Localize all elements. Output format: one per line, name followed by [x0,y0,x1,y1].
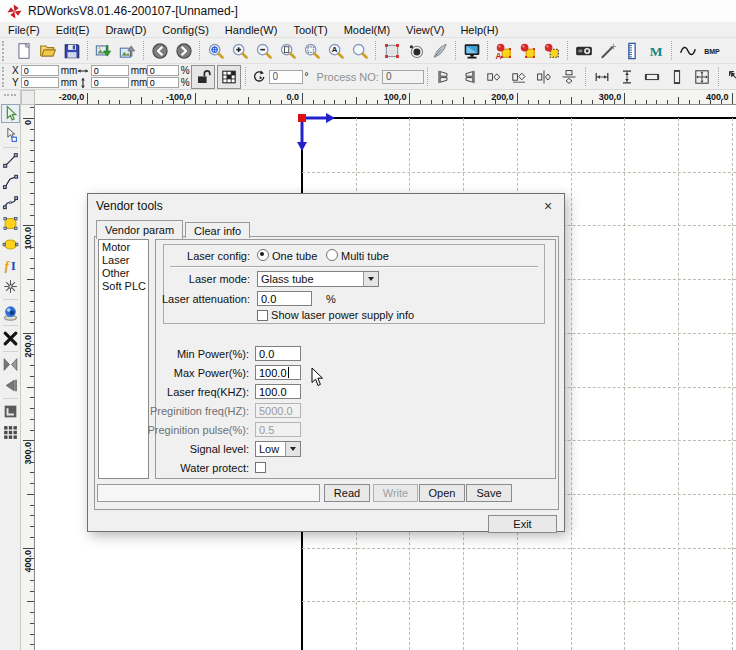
array-grid-button[interactable] [217,65,241,89]
pan-point-button[interactable] [404,39,428,63]
forward-button[interactable] [172,39,196,63]
sim-output-dots-button[interactable] [540,39,564,63]
toolbar-gripper[interactable] [2,67,9,87]
open-button[interactable]: Open [419,484,465,502]
mirror-center-h-button[interactable] [532,65,557,89]
monitor-preview-button[interactable] [460,39,484,63]
water-protect-checkbox[interactable] [255,462,266,473]
zoom-page-button[interactable] [276,39,300,63]
scale-y-input[interactable] [147,77,179,88]
ellipse-tool-button[interactable] [1,235,20,254]
select-tool-button[interactable] [1,104,20,123]
letter-m-button[interactable]: M [644,39,668,63]
chevron-down-icon[interactable] [363,272,378,286]
new-button[interactable] [12,39,36,63]
list-item-softplc[interactable]: Soft PLC [102,280,148,293]
show-psu-checkbox[interactable]: Show laser power supply info [257,309,414,321]
exit-button[interactable]: Exit [488,515,557,533]
sim-output-button[interactable] [516,39,540,63]
node-edit-tool-button[interactable] [1,125,20,144]
width-input[interactable] [91,65,129,76]
rotate-input[interactable] [269,70,303,84]
size-h-button[interactable] [590,65,615,89]
laser-freq-input[interactable] [255,384,301,399]
menu-draw[interactable]: Draw(D) [97,24,154,36]
chevron-down-icon[interactable] [285,442,300,456]
x-input[interactable] [21,65,59,76]
process-no-input[interactable] [382,70,424,84]
size-tall-button[interactable] [665,65,690,89]
signal-level-combobox[interactable]: Low [255,441,301,457]
flip-left-button[interactable] [432,65,457,89]
export-button[interactable] [116,39,140,63]
zoom-all-button[interactable] [348,39,372,63]
arrow-nw-button[interactable] [723,65,736,89]
horizontal-ruler[interactable]: -200.0-100.00.0100.0200.0300.0400.0 [35,90,736,105]
back-button[interactable] [148,39,172,63]
pick-rect-button[interactable] [380,39,404,63]
menu-tool[interactable]: Tool(T) [285,24,335,36]
zoom-text-button[interactable]: A [324,39,348,63]
polyline-tool-button[interactable] [1,172,20,191]
category-list[interactable]: Motor Laser Other Soft PLC [98,239,149,479]
lock-ratio-button[interactable] [191,65,215,89]
read-button[interactable]: Read [324,484,370,502]
rect-tool-button[interactable] [1,214,20,233]
window-titlebar[interactable]: RDWorksV8.01.46-200107-[Unnamed-] [0,0,736,22]
max-power-input[interactable] [255,365,301,380]
import-button[interactable] [92,39,116,63]
mirror-copy-button[interactable] [507,65,532,89]
multi-tube-radio[interactable]: Multi tube [326,249,389,262]
mirror-left-tool-button[interactable] [1,376,20,395]
text-tool-button[interactable]: fI [1,256,20,275]
save-button[interactable] [60,39,84,63]
size-cross-button[interactable] [690,65,715,89]
probe-pen-button[interactable] [596,39,620,63]
corner-l-tool-button[interactable] [1,402,20,421]
size-v-button[interactable] [615,65,640,89]
close-icon[interactable]: × [540,198,556,214]
bmp-tool-button[interactable]: BMP [700,39,724,63]
array-tool-button[interactable] [1,423,20,442]
menu-file[interactable]: File(F) [0,24,48,36]
flip-right-button[interactable] [457,65,482,89]
menu-edit[interactable]: Edit(E) [48,24,98,36]
mirror-lr-button[interactable] [482,65,507,89]
camera-tool-button[interactable] [1,303,20,322]
size-wide-button[interactable] [640,65,665,89]
zoom-in-button[interactable] [228,39,252,63]
menu-help[interactable]: Help(H) [452,24,506,36]
menu-view[interactable]: View(V) [398,24,452,36]
dialog-titlebar[interactable]: Vendor tools × [88,194,564,218]
mirror-ab-tool-button[interactable] [1,355,20,374]
list-item-motor[interactable]: Motor [102,241,148,254]
menu-model[interactable]: Model(M) [336,24,398,36]
laser-device-button[interactable] [572,39,596,63]
feather-pen-button[interactable] [428,39,452,63]
sim-output-a-button[interactable]: A [492,39,516,63]
open-button[interactable] [36,39,60,63]
zoom-point-button[interactable] [204,39,228,63]
zoom-out-button[interactable] [252,39,276,63]
menu-handle[interactable]: Handle(W) [217,24,286,36]
delete-tool-button[interactable] [1,329,20,348]
save-button[interactable]: Save [466,484,512,502]
line-tool-button[interactable] [1,151,20,170]
min-power-input[interactable] [255,346,301,361]
zoom-pick-button[interactable] [300,39,324,63]
star-tool-button[interactable] [1,277,20,296]
sidebar-gripper[interactable] [4,94,16,101]
mirror-center-v-button[interactable] [557,65,582,89]
ruler-tool-button[interactable] [620,39,644,63]
menu-config[interactable]: Config(S) [154,24,216,36]
toolbar-gripper[interactable] [2,41,9,61]
scale-x-input[interactable] [147,65,179,76]
laser-attenuation-input[interactable] [257,291,312,306]
y-input[interactable] [21,77,59,88]
one-tube-radio[interactable]: One tube [257,249,317,262]
laser-mode-combobox[interactable]: Glass tube [257,271,379,287]
bezier-tool-button[interactable] [1,193,20,212]
vertical-ruler[interactable]: 0100.0200.0300.0400.0500.0 [21,105,35,650]
height-input[interactable] [91,77,129,88]
list-item-other[interactable]: Other [102,267,148,280]
